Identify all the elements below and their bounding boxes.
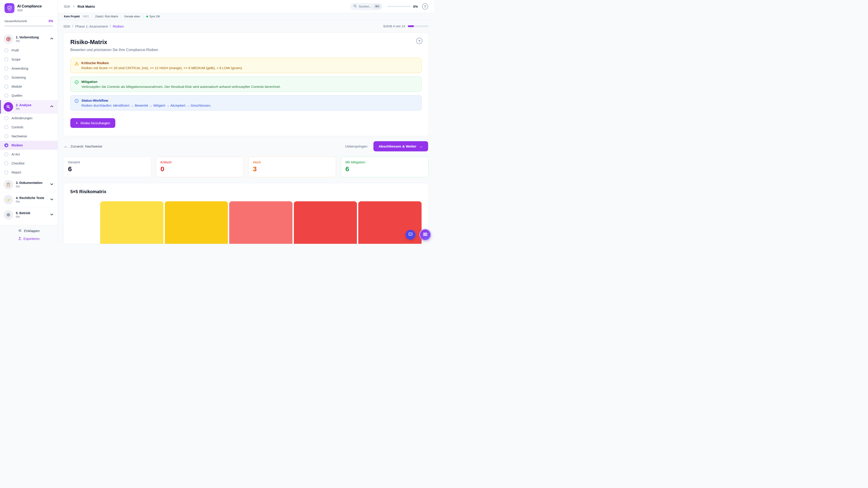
double-chevron-left-icon [18, 229, 22, 233]
section-pct: 0% [16, 215, 47, 219]
skip-button[interactable]: Ueberspringen [345, 144, 367, 148]
card-help-icon[interactable]: ? [416, 38, 423, 44]
sidebar-item-checklist[interactable]: Checklist [0, 159, 58, 168]
last-visited: Zuletzt: Risk Matrix [95, 15, 118, 18]
section-title: 2. Analyse [16, 103, 47, 107]
sidebar-item-screening[interactable]: Screening [0, 73, 58, 82]
sidebar-section-rechtliche-texte[interactable]: 4. Rechtliche Texte 0% [0, 192, 58, 207]
sidebar-item-controls[interactable]: Controls [0, 123, 58, 132]
arrow-left-icon: ← [64, 144, 68, 149]
radio-icon [4, 48, 8, 53]
radio-icon [4, 152, 8, 156]
radio-icon [4, 94, 8, 98]
matrix-title: 5×5 Risikomatrix [70, 189, 422, 194]
sidebar-section-analyse[interactable]: 2. Analyse 0% [0, 100, 58, 113]
sidebar-item-anforderungen[interactable]: Anforderungen [0, 113, 58, 123]
info-box-title: Kritische Risiken [81, 61, 243, 65]
section-pct: 0% [16, 200, 47, 203]
breadcrumb-sdk[interactable]: SDK [63, 24, 70, 28]
breadcrumb-root[interactable]: SDK [64, 5, 70, 8]
header-breadcrumb: SDK Risk Matrix [64, 4, 95, 8]
page-title: Risiko-Matrix [70, 39, 422, 46]
info-circle-icon [74, 99, 79, 107]
radio-icon [4, 170, 8, 174]
chevron-down-icon [50, 213, 54, 217]
sidebar-item-scope[interactable]: Scope [0, 55, 58, 64]
sidebar-section-betrieb[interactable]: 5. Betrieb 0% [0, 207, 58, 222]
section-title: 5. Betrieb [16, 211, 47, 215]
arrow-right-icon: → [419, 144, 423, 149]
search-placeholder: Suchen... [359, 5, 372, 8]
stat-value: 6 [345, 165, 424, 173]
matrix-cell[interactable] [100, 201, 163, 244]
section-pct: 0% [16, 39, 47, 43]
add-risk-button[interactable]: + Risiko hinzufuegen [70, 118, 115, 128]
stat-label: Hoch [253, 160, 331, 164]
radio-icon [4, 57, 8, 61]
chevron-down-icon [50, 197, 54, 202]
upload-icon [18, 236, 22, 241]
step-progress-fill [408, 25, 414, 27]
magnifier-icon [4, 102, 13, 111]
chevron-up-icon [50, 37, 54, 41]
matrix-cell[interactable] [229, 201, 292, 244]
step-label: Schritt 4 von 14 [383, 24, 405, 28]
stat-label: Gesamt [68, 160, 147, 164]
export-button[interactable]: Exportieren [18, 236, 40, 241]
sidebar-item-report[interactable]: Report [0, 168, 58, 177]
check-circle-icon [74, 80, 79, 89]
info-box-body: Risiken mit Score >= 20 sind CRITICAL (r… [81, 66, 243, 70]
header-progress-bar [387, 6, 411, 7]
complete-next-button[interactable]: Abschliessen & Weiter → [373, 141, 428, 151]
wizard-nav-row: ← Zurueck: Nachweise Ueberspringen Absch… [64, 141, 428, 151]
back-link[interactable]: ← Zurueck: Nachweise [64, 144, 102, 149]
sync-status: Sync OK [146, 15, 160, 18]
sidebar-item-nachweise[interactable]: Nachweise [0, 132, 58, 141]
stat-label: Kritisch [160, 160, 239, 164]
stats-row: Gesamt 6 Kritisch 0 Hoch 3 Mit Mitigatio… [63, 157, 429, 177]
search-input[interactable]: Suchen... ⌘K [350, 3, 382, 10]
chat-fab-button[interactable] [405, 230, 415, 240]
matrix-cell[interactable] [165, 201, 228, 244]
sidebar-item-risiken[interactable]: Risiken [0, 141, 58, 150]
help-icon[interactable]: ? [422, 3, 428, 9]
stat-label: Mit Mitigation [345, 160, 424, 164]
memo-pencil-icon [4, 195, 13, 204]
target-icon [4, 34, 13, 44]
info-box-mitigation: Mitigation Verknuepfen Sie Controls als … [70, 76, 422, 92]
app-title: AI Compliance [17, 4, 42, 8]
sidebar-section-vorbereitung[interactable]: 1. Vorbereitung 0% [0, 32, 58, 46]
radio-icon [4, 75, 8, 79]
sidebar-item-ai-act[interactable]: AI Act [0, 150, 58, 159]
breadcrumb-phase[interactable]: Phase 1: Assessment [75, 24, 108, 28]
header-progress-value: 0% [413, 5, 418, 8]
matrix-cell[interactable] [294, 201, 357, 244]
sidebar-item-quellen[interactable]: Quellen [0, 91, 58, 100]
breadcrumb-risiken: Risiken [113, 24, 124, 28]
stat-value: 3 [253, 165, 331, 173]
radio-icon [4, 161, 8, 165]
sidebar-item-anwendung[interactable]: Anwendung [0, 64, 58, 73]
stat-card-hoch: Hoch 3 [248, 157, 336, 177]
sidebar-item-module[interactable]: Module [0, 82, 58, 91]
overall-progress-label: Gesamtfortschritt [4, 20, 27, 23]
stat-value: 0 [160, 165, 239, 173]
collapse-sidebar-button[interactable]: Einklappen [18, 229, 39, 233]
page-subtitle: Bewerten und priorisieren Sie Ihre Compl… [70, 48, 422, 52]
app-root: AI Compliance SDK Gesamtfortschritt 0% 1… [0, 0, 434, 244]
info-box-body: Risiken durchlaufen: Identifiziert → Bew… [81, 103, 211, 107]
overall-progress: Gesamtfortschritt 0% [0, 17, 58, 31]
radio-selected-icon [4, 143, 8, 147]
version-badge: V001 [83, 15, 89, 18]
columns-fab-button[interactable] [419, 229, 431, 240]
overall-progress-bar [4, 25, 53, 27]
sidebar-item-profil[interactable]: Profil [0, 46, 58, 55]
radio-icon [4, 116, 8, 120]
sidebar-section-dokumentation[interactable]: 3. Dokumentation 0% [0, 177, 58, 192]
step-progress: Schritt 4 von 14 [383, 24, 429, 28]
app-subtitle: SDK [17, 9, 42, 12]
section-title: 1. Vorbereitung [16, 35, 47, 39]
radio-icon [4, 125, 8, 129]
sidebar: AI Compliance SDK Gesamtfortschritt 0% 1… [0, 0, 58, 244]
status-bar: Kein Projekt V001 Zuletzt: Risk Matrix G… [58, 13, 434, 20]
